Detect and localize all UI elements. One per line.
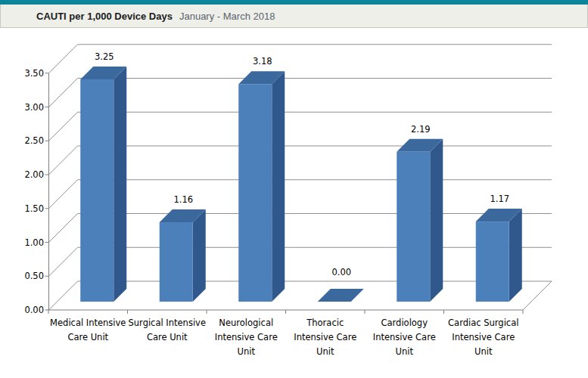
- bar-front-face: [476, 222, 509, 302]
- bar-front-face: [160, 222, 193, 302]
- floor-right-edge: [523, 281, 552, 310]
- gridline-depth-stub: [49, 247, 78, 276]
- data-label: 2.19: [411, 124, 431, 135]
- y-tick-label: 0.00: [24, 305, 44, 315]
- category-label: Cardiac SurgicalIntensive CareUnit: [448, 318, 518, 357]
- y-tick-label: 2.50: [24, 135, 44, 146]
- data-label: 3.25: [95, 51, 114, 62]
- bar-front-face: [397, 152, 430, 302]
- category-label: CardiologyIntensive CareUnit: [373, 318, 436, 357]
- gridline-depth-stub: [49, 180, 78, 209]
- gridline-depth-stub: [49, 281, 78, 310]
- bar-zero-top-face: [318, 289, 364, 302]
- y-tick-label: 3.00: [24, 102, 44, 113]
- bar-side-face: [272, 71, 285, 302]
- data-label: 1.17: [490, 194, 509, 204]
- y-tick-label: 2.00: [24, 169, 44, 180]
- cauti-3d-bar-chart: 0.000.501.001.502.002.503.003.503.25Medi…: [0, 0, 588, 378]
- bar-side-face: [114, 67, 126, 302]
- data-label: 0.00: [331, 267, 351, 277]
- y-tick-label: 1.00: [24, 237, 44, 248]
- gridline-depth-stub: [49, 79, 78, 107]
- bar-side-face: [509, 209, 522, 302]
- data-label: 3.18: [253, 56, 272, 67]
- category-label: Medical IntensiveCare Unit: [50, 318, 126, 342]
- bar-front-face: [238, 84, 272, 302]
- bar-side-face: [193, 209, 206, 302]
- report-page: CAUTI per 1,000 Device Days January - Ma…: [0, 0, 588, 378]
- gridline-depth-stub: [49, 112, 78, 141]
- gridline-depth-stub: [49, 45, 78, 73]
- category-label: NeurologicalIntensive CareUnit: [215, 318, 278, 357]
- category-label: ThoracicIntensive CareUnit: [294, 318, 356, 357]
- bar-side-face: [430, 139, 443, 302]
- gridline-depth-stub: [49, 214, 78, 243]
- y-tick-label: 1.50: [24, 203, 44, 214]
- y-tick-label: 0.50: [24, 271, 44, 281]
- bar-front-face: [80, 79, 114, 302]
- gridline-depth-stub: [49, 146, 78, 175]
- data-label: 1.16: [173, 194, 193, 205]
- y-tick-label: 3.50: [24, 68, 44, 79]
- category-label: Surgical IntensiveCare Unit: [129, 318, 206, 342]
